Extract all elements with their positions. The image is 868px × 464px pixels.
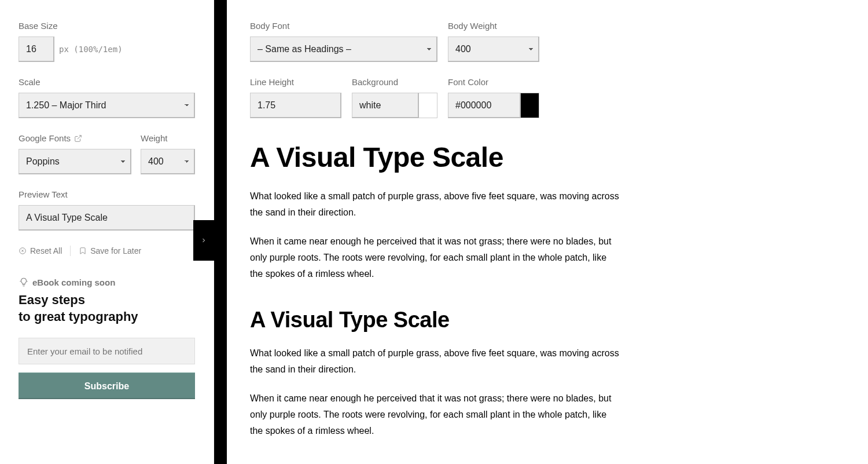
promo-title: Easy steps to great typography	[19, 292, 195, 325]
scale-group: Scale 1.250 – Major Third	[19, 77, 195, 118]
font-color-swatch[interactable]	[521, 93, 539, 118]
action-divider	[70, 246, 71, 256]
body-font-select[interactable]: – Same as Headings –	[250, 36, 437, 62]
preview-text-input[interactable]	[19, 205, 195, 231]
weight-select[interactable]: 400	[141, 149, 195, 174]
base-size-hint: px (100%/1em)	[59, 45, 123, 54]
type-preview: A Visual Type Scale What looked like a s…	[250, 141, 845, 439]
preview-pane: Body Font – Same as Headings – Body Weig…	[227, 0, 868, 464]
weight-label: Weight	[141, 133, 195, 143]
external-link-icon	[74, 134, 82, 143]
resize-divider[interactable]	[214, 0, 227, 464]
save-for-later-button[interactable]: Save for Later	[79, 246, 141, 255]
preview-paragraph: When it came near enough he perceived th…	[250, 233, 620, 282]
preview-heading-2: A Visual Type Scale	[250, 308, 845, 333]
collapse-handle[interactable]	[193, 220, 214, 261]
subscribe-button[interactable]: Subscribe	[19, 372, 195, 399]
preview-paragraph: When it came near enough he perceived th…	[250, 390, 620, 439]
chevron-right-icon	[200, 235, 207, 246]
promo-tag: eBook coming soon	[19, 277, 115, 287]
lightbulb-icon	[19, 277, 29, 287]
body-font-label: Body Font	[250, 21, 437, 31]
body-weight-select[interactable]: 400	[448, 36, 539, 62]
scale-select[interactable]: 1.250 – Major Third	[19, 93, 195, 118]
bookmark-icon	[79, 247, 87, 255]
background-swatch[interactable]	[419, 93, 437, 118]
settings-sidebar: Base Size px (100%/1em) Scale 1.250 – Ma…	[0, 0, 214, 464]
scale-label: Scale	[19, 77, 195, 87]
preview-paragraph: What looked like a small patch of purple…	[250, 345, 620, 378]
preview-heading-1: A Visual Type Scale	[250, 141, 845, 173]
preview-text-group: Preview Text	[19, 189, 195, 231]
line-height-input[interactable]	[250, 93, 341, 118]
base-size-group: Base Size px (100%/1em)	[19, 21, 195, 62]
font-color-input[interactable]	[448, 93, 521, 118]
font-color-label: Font Color	[448, 77, 539, 87]
background-input[interactable]	[352, 93, 419, 118]
reset-all-button[interactable]: Reset All	[19, 246, 62, 255]
promo-section: eBook coming soon Easy steps to great ty…	[19, 277, 195, 399]
base-size-label: Base Size	[19, 21, 195, 31]
email-input[interactable]	[19, 338, 195, 364]
svg-line-0	[78, 135, 81, 138]
background-label: Background	[352, 77, 437, 87]
close-circle-icon	[19, 247, 27, 255]
base-size-input[interactable]	[19, 36, 54, 62]
preview-text-label: Preview Text	[19, 189, 195, 199]
preview-paragraph: What looked like a small patch of purple…	[250, 188, 620, 221]
line-height-label: Line Height	[250, 77, 341, 87]
google-fonts-label[interactable]: Google Fonts	[19, 133, 82, 143]
google-fonts-select[interactable]: Poppins	[19, 149, 131, 174]
body-weight-label: Body Weight	[448, 21, 539, 31]
